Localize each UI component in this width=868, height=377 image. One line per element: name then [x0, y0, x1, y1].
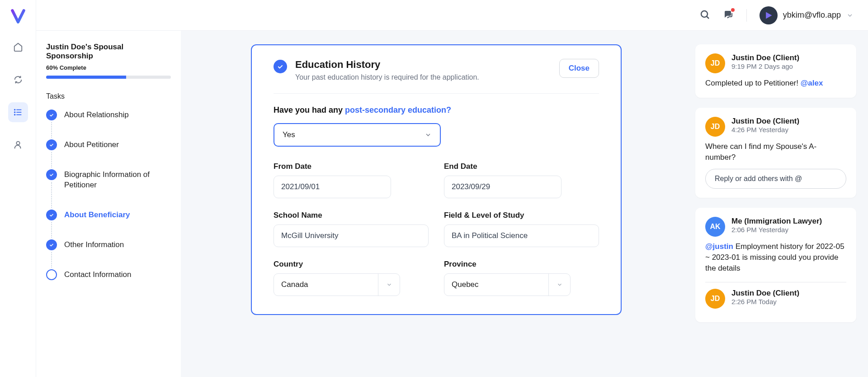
chevron-down-icon [425, 131, 432, 138]
user-email: ybkim@vflo.app [783, 10, 841, 20]
form-card: Education History Your past education hi… [251, 44, 622, 315]
chevron-down-icon [548, 274, 570, 296]
mention[interactable]: @alex [801, 79, 823, 87]
comment-card: AKMe (Immigration Lawyer)2:06 PM Yesterd… [695, 208, 856, 322]
svg-point-5 [14, 115, 15, 115]
comment-time: 4:26 PM Yesterday [731, 126, 799, 134]
comments-panel: JDJustin Doe (Client)9:19 PM 2 Days agoC… [692, 31, 868, 377]
reply-input[interactable]: Reply or add others with @ [705, 169, 846, 189]
chevron-down-icon [378, 274, 400, 296]
from-date-label: From Date [274, 162, 429, 171]
svg-point-3 [14, 110, 15, 110]
answer-value: Yes [283, 130, 295, 139]
school-label: School Name [274, 211, 429, 220]
end-date-label: End Date [444, 162, 599, 171]
field-level-input[interactable] [444, 224, 599, 247]
svg-point-4 [14, 112, 15, 113]
svg-point-6 [16, 142, 19, 145]
task-label: About Petitioner [64, 139, 119, 150]
question-label: Have you had any post-secondary educatio… [274, 105, 599, 115]
tasks-panel: Justin Doe's Spousal Sponsorship 60% Com… [36, 31, 181, 377]
comment-card: JDJustin Doe (Client)4:26 PM YesterdayWh… [695, 108, 856, 198]
end-date-input[interactable] [444, 176, 561, 198]
avatar [760, 6, 778, 24]
avatar: JD [705, 289, 725, 309]
chat-icon[interactable] [723, 9, 734, 22]
user-icon[interactable] [8, 135, 28, 155]
thread-reply: JDJustin Doe (Client)2:26 PM Today [705, 289, 846, 309]
province-select[interactable]: Quebec [444, 273, 571, 296]
check-icon [46, 169, 57, 180]
task-list: About RelationshipAbout PetitionerBiogra… [46, 110, 171, 280]
card-subtitle: Your past education history is required … [295, 73, 551, 81]
field-level-label: Field & Level of Study [444, 211, 599, 220]
chevron-down-icon [846, 12, 854, 19]
case-title: Justin Doe's Spousal Sponsorship [46, 43, 171, 61]
progress-bar [46, 76, 171, 79]
notification-dot [731, 8, 735, 12]
task-item[interactable]: Other Information [46, 239, 171, 269]
task-item[interactable]: About Relationship [46, 110, 171, 139]
avatar: JD [705, 117, 725, 137]
comment-card: JDJustin Doe (Client)9:19 PM 2 Days agoC… [695, 44, 856, 98]
check-icon [274, 60, 287, 73]
list-icon[interactable] [8, 102, 28, 122]
country-select[interactable]: Canada [274, 273, 400, 296]
task-item[interactable]: Biographic Information of Petitioner [46, 169, 171, 210]
check-icon [46, 139, 57, 150]
answer-select[interactable]: Yes [274, 123, 441, 147]
cycle-icon[interactable] [8, 70, 28, 90]
check-icon [46, 210, 57, 220]
tasks-heading: Tasks [46, 92, 171, 100]
divider [746, 9, 747, 22]
task-item[interactable]: Contact Information [46, 269, 171, 280]
home-icon[interactable] [8, 37, 28, 57]
search-icon[interactable] [699, 9, 710, 22]
task-label: Biographic Information of Petitioner [64, 169, 171, 191]
main-area: Education History Your past education hi… [181, 31, 692, 377]
card-title: Education History [295, 59, 551, 71]
check-icon [46, 239, 57, 250]
svg-point-7 [701, 11, 708, 17]
avatar: JD [705, 53, 725, 73]
task-label: About Relationship [64, 110, 129, 120]
comment-time: 2:06 PM Yesterday [731, 226, 822, 234]
progress-fill [46, 76, 126, 79]
country-label: Country [274, 260, 429, 269]
check-icon [46, 110, 57, 120]
nav-rail [0, 0, 36, 377]
task-item[interactable]: About Petitioner [46, 139, 171, 169]
circle-icon [46, 269, 57, 280]
task-item[interactable]: About Beneficiary [46, 210, 171, 239]
province-label: Province [444, 260, 599, 269]
close-button[interactable]: Close [559, 59, 599, 78]
comment-body: Where can I find my Spouse's A-number? [705, 141, 846, 163]
comment-author: Justin Doe (Client) [731, 289, 799, 298]
svg-line-8 [707, 16, 709, 19]
comment-author: Justin Doe (Client) [731, 53, 799, 62]
comment-time: 2:26 PM Today [731, 298, 799, 305]
from-date-input[interactable] [274, 176, 391, 198]
app-logo [10, 8, 26, 24]
comment-author: Justin Doe (Client) [731, 117, 799, 126]
comment-time: 9:19 PM 2 Days ago [731, 62, 799, 70]
school-input[interactable] [274, 224, 429, 247]
avatar: AK [705, 217, 725, 237]
comment-author: Me (Immigration Lawyer) [731, 217, 822, 226]
comment-body: @justin Employment history for 2022-05 ~… [705, 241, 846, 273]
task-label: About Beneficiary [64, 210, 130, 220]
task-label: Other Information [64, 239, 124, 250]
mention[interactable]: @justin [705, 242, 733, 251]
comment-body: Completed up to Petitioner! @alex [705, 78, 846, 89]
user-menu[interactable]: ybkim@vflo.app [760, 6, 854, 24]
task-label: Contact Information [64, 269, 131, 280]
progress-label: 60% Complete [46, 64, 171, 71]
top-bar: ybkim@vflo.app [36, 0, 868, 31]
